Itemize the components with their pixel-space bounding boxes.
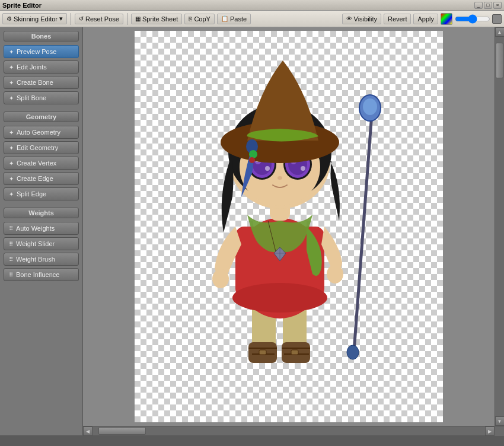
eye-icon: 👁 <box>346 15 352 22</box>
canvas-viewport[interactable] <box>83 27 495 426</box>
scroll-corner <box>495 426 504 436</box>
section-gap-2 <box>4 203 79 205</box>
svg-rect-13 <box>291 350 298 355</box>
zoom-icon <box>492 14 502 24</box>
create-bone-icon: ✦ <box>9 79 14 86</box>
visibility-button[interactable]: 👁 Visibility <box>342 14 382 24</box>
create-edge-button[interactable]: ✦ Create Edge <box>4 172 79 185</box>
scroll-right-button[interactable]: ▶ <box>485 426 495 436</box>
zoom-slider[interactable] <box>455 15 490 23</box>
dropdown-arrow-icon: ▾ <box>59 15 63 23</box>
reset-pose-button[interactable]: ↺ Reset Pose <box>75 14 123 24</box>
scroll-thumb-h[interactable] <box>98 427 146 435</box>
zoom-slider-container <box>455 14 502 24</box>
weight-brush-icon: ⠿ <box>9 256 13 263</box>
auto-weights-button[interactable]: ⠿ Auto Weights <box>4 222 79 235</box>
svg-point-18 <box>327 265 343 283</box>
auto-geometry-icon: ✦ <box>9 129 14 136</box>
svg-point-17 <box>212 269 229 288</box>
split-edge-icon: ✦ <box>9 191 14 197</box>
svg-point-3 <box>347 345 359 359</box>
revert-button[interactable]: Revert <box>384 14 411 24</box>
vertical-scrollbar[interactable]: ▲ ▼ <box>495 27 504 426</box>
weight-brush-button[interactable]: ⠿ Weight Brush <box>4 253 79 266</box>
edit-geometry-button[interactable]: ✦ Edit Geometry <box>4 141 79 154</box>
menu-bar: ⚙ Skinning Editor ▾ ↺ Reset Pose ▦ Sprit… <box>0 11 504 27</box>
menu-divider-2 <box>127 13 127 25</box>
window-title: Sprite Editor <box>2 2 42 9</box>
svg-point-2 <box>363 98 377 115</box>
reset-pose-label: Reset Pose <box>85 15 119 23</box>
scroll-thumb-v[interactable] <box>496 43 503 78</box>
weights-section-header: Weights <box>4 208 79 218</box>
weight-slider-icon: ⠿ <box>9 241 13 247</box>
create-vertex-icon: ✦ <box>9 160 14 167</box>
sprite-sheet-button[interactable]: ▦ Sprite Sheet <box>131 14 183 24</box>
bones-section-header: Bones <box>4 31 79 42</box>
svg-point-39 <box>277 176 282 180</box>
reset-icon: ↺ <box>79 15 84 22</box>
main-area: Bones ✦ Preview Pose ✦ Edit Joints ✦ Cre… <box>0 27 504 435</box>
bone-influence-icon: ⠿ <box>9 272 13 278</box>
gear-icon: ⚙ <box>7 15 12 22</box>
paste-icon: 📋 <box>221 15 228 22</box>
skinning-editor-label: Skinning Editor <box>14 15 58 23</box>
scroll-down-button[interactable]: ▼ <box>495 416 505 426</box>
scroll-track-v[interactable] <box>495 37 504 416</box>
sprite-character <box>164 43 413 410</box>
edit-joints-button[interactable]: ✦ Edit Joints <box>4 60 79 74</box>
revert-label: Revert <box>388 15 407 23</box>
sprite-sheet-label: Sprite Sheet <box>142 15 178 23</box>
svg-point-31 <box>265 166 270 171</box>
title-bar: Sprite Editor _ □ × <box>0 0 504 11</box>
split-edge-button[interactable]: ✦ Split Edge <box>4 187 79 200</box>
scroll-up-button[interactable]: ▲ <box>495 27 505 37</box>
close-button[interactable]: × <box>493 2 502 9</box>
svg-rect-12 <box>259 350 266 355</box>
visibility-label: Visibility <box>354 15 378 23</box>
menu-divider-1 <box>71 13 71 25</box>
scroll-track-h[interactable] <box>92 426 485 435</box>
apply-button[interactable]: Apply <box>413 14 438 24</box>
apply-label: Apply <box>417 15 434 23</box>
left-panel: Bones ✦ Preview Pose ✦ Edit Joints ✦ Cre… <box>0 27 83 435</box>
edit-geometry-icon: ✦ <box>9 145 14 151</box>
svg-point-37 <box>301 166 305 171</box>
section-gap-1 <box>4 107 79 109</box>
copy-icon: ⎘ <box>189 15 192 22</box>
svg-line-0 <box>354 114 372 351</box>
canvas-wrapper: ▲ ▼ ◀ ▶ <box>83 27 504 435</box>
maximize-button[interactable]: □ <box>484 2 492 9</box>
canvas-inner <box>135 31 443 422</box>
window-controls: _ □ × <box>474 2 502 9</box>
create-vertex-button[interactable]: ✦ Create Vertex <box>4 157 79 170</box>
create-bone-button[interactable]: ✦ Create Bone <box>4 76 79 89</box>
paste-label: Paste <box>230 15 247 23</box>
minimize-button[interactable]: _ <box>474 2 483 9</box>
skinning-editor-button[interactable]: ⚙ Skinning Editor ▾ <box>2 13 67 24</box>
auto-weights-icon: ⠿ <box>9 225 13 232</box>
bottom-bar: ◀ ▶ <box>83 426 504 435</box>
svg-point-44 <box>249 157 255 163</box>
split-bone-icon: ✦ <box>9 95 14 101</box>
geometry-section-header: Geometry <box>4 112 79 122</box>
copy-button[interactable]: ⎘ CopY <box>184 14 215 24</box>
preview-pose-icon: ✦ <box>9 49 14 55</box>
split-bone-button[interactable]: ✦ Split Bone <box>4 91 79 104</box>
color-selector-button[interactable] <box>441 13 452 25</box>
paste-button[interactable]: 📋 Paste <box>217 14 251 24</box>
scroll-left-button[interactable]: ◀ <box>83 426 92 436</box>
canvas-row: ▲ ▼ <box>83 27 504 426</box>
edit-joints-icon: ✦ <box>9 64 14 71</box>
auto-geometry-button[interactable]: ✦ Auto Geometry <box>4 126 79 139</box>
copy-label: CopY <box>194 15 210 23</box>
svg-point-43 <box>249 150 257 158</box>
weight-slider-button[interactable]: ⠿ Weight Slider <box>4 237 79 250</box>
svg-point-16 <box>232 283 327 313</box>
create-edge-icon: ✦ <box>9 176 14 182</box>
preview-pose-button[interactable]: ✦ Preview Pose <box>4 45 79 58</box>
bone-influence-button[interactable]: ⠿ Bone Influence <box>4 268 79 281</box>
grid-icon: ▦ <box>135 15 141 22</box>
